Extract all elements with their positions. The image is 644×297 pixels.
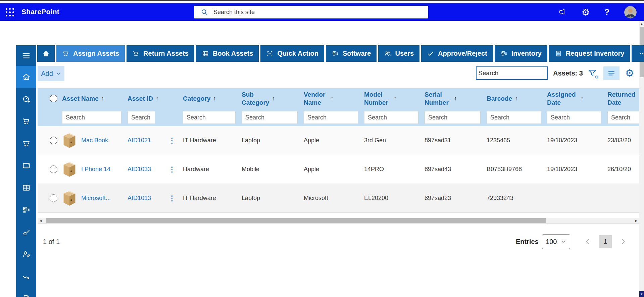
tab-software[interactable]: Software: [326, 45, 377, 62]
cell-sub-category: Mobile: [242, 166, 304, 173]
megaphone-icon[interactable]: [558, 8, 567, 16]
asset-name-link[interactable]: Microsoft...: [81, 195, 111, 202]
document-icon: [22, 294, 31, 297]
row-menu-button[interactable]: ⋮: [161, 137, 176, 144]
tab-home[interactable]: [37, 45, 55, 62]
asset-name-link[interactable]: Mac Book: [81, 137, 108, 144]
asset-search-box[interactable]: [476, 66, 548, 80]
column-header-asset-name[interactable]: Asset Name↑: [62, 95, 128, 103]
tab-request-inventory[interactable]: Request Inventory: [549, 45, 630, 62]
sidebar-item-assign-assets[interactable]: [16, 110, 36, 132]
table-row: Microsoft... AID1013 ⋮ IT Hardware Lapto…: [38, 184, 639, 213]
sidebar-item-table[interactable]: [16, 177, 36, 199]
select-row-radio[interactable]: [50, 194, 57, 202]
add-button-label: Add: [41, 70, 53, 78]
cell-category: IT Hardware: [183, 195, 242, 202]
cell-sub-category: Laptop: [242, 195, 304, 202]
scroll-right-arrow-icon[interactable]: ►: [635, 219, 638, 222]
add-button[interactable]: Add: [38, 66, 64, 81]
brand-title[interactable]: SharePoint: [21, 8, 59, 16]
row-menu-button[interactable]: ⋮: [161, 194, 176, 202]
column-header-barcode[interactable]: Barcode↑: [487, 95, 547, 103]
entries-label: Entries: [516, 238, 539, 246]
chevron-right-icon: [620, 238, 627, 245]
sidebar-item-return-assets[interactable]: [16, 132, 36, 154]
horizontal-scrollbar-thumb[interactable]: [46, 218, 546, 223]
vertical-scrollbar[interactable]: ▲ ▼: [639, 21, 644, 297]
filter-category-input[interactable]: [183, 111, 236, 124]
sidebar-menu-toggle[interactable]: [16, 45, 36, 66]
scroll-up-arrow-icon[interactable]: ▲: [639, 21, 644, 26]
filter-model-input[interactable]: [364, 111, 418, 124]
tab-label: Users: [395, 50, 414, 57]
scroll-down-arrow-icon[interactable]: ▼: [639, 291, 644, 297]
horizontal-scrollbar[interactable]: ◄ ►: [38, 218, 639, 224]
cell-assigned-date: 19/10/2023: [547, 166, 607, 173]
sidebar-item-dashboard[interactable]: [16, 88, 36, 110]
select-row-radio[interactable]: [50, 165, 57, 173]
cart-icon: [62, 50, 69, 57]
select-row-radio[interactable]: [50, 137, 57, 144]
sidebar-item-reports[interactable]: [16, 221, 36, 243]
row-menu-button[interactable]: ⋮: [161, 165, 176, 173]
filter-assigned-date-input[interactable]: [547, 111, 601, 124]
asset-name-link[interactable]: I Phone 14: [81, 166, 110, 173]
board-icon: [500, 50, 508, 57]
left-nav-sidebar: [16, 45, 36, 297]
asset-search-input[interactable]: [477, 67, 547, 79]
column-header-asset-id[interactable]: Asset ID↑: [128, 95, 161, 103]
cell-returned-date: 23/03/20: [607, 137, 639, 144]
tab-quick-action[interactable]: Quick Action: [260, 45, 324, 62]
filter-sub-category-input[interactable]: [242, 111, 298, 124]
next-page-button[interactable]: [620, 238, 627, 245]
column-header-returned-date[interactable]: Returned Date: [607, 91, 639, 107]
filter-asset-name-input[interactable]: [62, 111, 121, 124]
tab-return-assets[interactable]: Return Assets: [127, 45, 194, 62]
column-header-vendor-name[interactable]: Vendor Name↑: [304, 91, 364, 107]
column-header-serial-number[interactable]: Serial Number↑: [425, 91, 487, 107]
tab-book-assets[interactable]: Book Assets: [196, 45, 259, 62]
asset-id-link[interactable]: AID1013: [128, 195, 151, 201]
column-header-model-number[interactable]: Model Number↑: [364, 91, 425, 107]
asset-id-link[interactable]: AID1033: [128, 166, 151, 172]
filter-asset-id-input[interactable]: [128, 111, 155, 124]
view-settings-gear-icon[interactable]: ⚙: [625, 68, 634, 78]
sidebar-item-user-admin[interactable]: [16, 243, 36, 265]
site-search-box[interactable]: [194, 6, 428, 18]
column-header-assigned-date[interactable]: Assigned Date↑: [547, 91, 607, 107]
table-row: Mac Book AID1021 ⋮ IT Hardware Laptop Ap…: [38, 126, 639, 155]
filter-serial-input[interactable]: [425, 111, 481, 124]
search-icon: [201, 8, 208, 16]
select-all-radio[interactable]: [50, 95, 57, 102]
list-view-button[interactable]: [603, 66, 620, 80]
scroll-left-arrow-icon[interactable]: ◄: [39, 219, 42, 222]
sidebar-item-bookings[interactable]: [16, 154, 36, 177]
filter-settings-button[interactable]: ⚙: [587, 68, 597, 78]
help-icon[interactable]: ?: [604, 7, 609, 17]
app-launcher-waffle-icon[interactable]: [5, 7, 15, 17]
tab-assign-assets[interactable]: Assign Assets: [56, 45, 125, 62]
site-search-input[interactable]: [213, 9, 401, 16]
tab-approve-reject[interactable]: Approve/Reject: [421, 45, 493, 62]
check-icon: [427, 50, 434, 57]
filter-returned-date-input[interactable]: [607, 111, 639, 124]
column-header-category[interactable]: Category↑: [183, 95, 242, 103]
tab-users[interactable]: Users: [378, 45, 419, 62]
filter-barcode-input[interactable]: [487, 111, 541, 124]
entries-per-page-select[interactable]: 100: [542, 234, 570, 249]
sidebar-item-depreciation[interactable]: [16, 265, 36, 287]
prev-page-button[interactable]: [584, 238, 591, 245]
tab-more-overflow[interactable]: ⋯: [632, 45, 644, 62]
user-avatar[interactable]: [624, 6, 637, 18]
tab-inventory[interactable]: Inventory: [495, 45, 547, 62]
filter-vendor-input[interactable]: [304, 111, 358, 124]
sidebar-item-documents[interactable]: [16, 287, 36, 297]
settings-gear-icon[interactable]: ⚙: [582, 8, 590, 17]
tab-label: Inventory: [511, 50, 542, 57]
column-header-sub-category[interactable]: Sub Category↑: [242, 91, 304, 107]
asset-id-link[interactable]: AID1021: [128, 137, 151, 144]
current-page-button[interactable]: 1: [599, 235, 612, 248]
sidebar-item-inventory[interactable]: [16, 199, 36, 221]
chevron-down-icon: [56, 71, 61, 76]
sidebar-item-home[interactable]: [16, 66, 36, 88]
